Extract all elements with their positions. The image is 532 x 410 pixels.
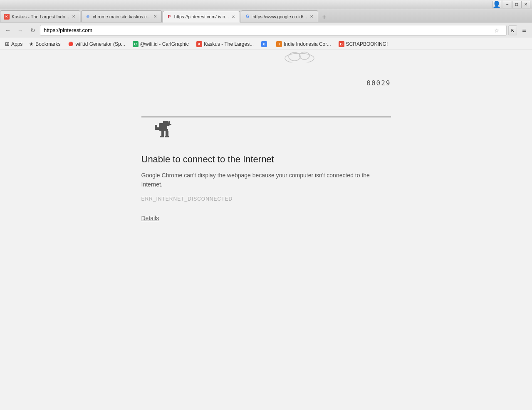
bookmarks-label-item[interactable]: ★ Bookmarks xyxy=(26,40,64,49)
svg-point-2 xyxy=(299,52,309,60)
svg-rect-6 xyxy=(169,124,171,125)
svg-rect-10 xyxy=(161,131,164,137)
svg-rect-5 xyxy=(168,122,169,122)
tab-google-favicon: G xyxy=(245,14,250,20)
close-button[interactable]: ✕ xyxy=(521,1,530,8)
tab-kaskus-title: Kaskus - The Largest Indo... xyxy=(12,14,69,19)
tab-pinterest[interactable]: P https://pinterest.com/ is n... ✕ xyxy=(163,11,240,22)
tab-kaskus[interactable]: K Kaskus - The Largest Indo... ✕ xyxy=(0,10,80,22)
error-description: Google Chrome can't display the webpage … xyxy=(141,171,391,189)
tab-kaskus-favicon: K xyxy=(4,14,10,20)
profile-icon: 👤 xyxy=(492,0,501,8)
bookmark-cwijid-favicon: C xyxy=(133,41,139,47)
bookmark-cwijid[interactable]: C @wifi.id - CarlGraphic xyxy=(129,40,192,49)
tab-google-close[interactable]: ✕ xyxy=(309,14,314,20)
nav-bar: ← → ↻ ☆ K ≡ xyxy=(0,22,532,38)
bookmark-wifi[interactable]: 🔴 wifi.id Generator (Sp... xyxy=(64,40,128,49)
profile-button[interactable]: 👤 xyxy=(492,1,501,8)
bookmarks-bar: ⊞ Apps ★ Bookmarks 🔴 wifi.id Generator (… xyxy=(0,38,532,50)
tab-chrome-title: chrome main site:kaskus.c... xyxy=(93,14,151,19)
forward-button[interactable]: → xyxy=(15,25,26,36)
bookmark-scrapbook-label: SCRAPBOOKING! xyxy=(346,41,388,47)
bookmark-scrapbook-favicon: B xyxy=(339,41,344,47)
error-content: Unable to connect to the Internet Google… xyxy=(141,154,391,222)
svg-rect-12 xyxy=(160,136,164,137)
address-bar[interactable]: ☆ xyxy=(40,25,507,36)
back-button[interactable]: ← xyxy=(2,25,13,36)
details-link[interactable]: Details xyxy=(141,215,159,221)
svg-rect-9 xyxy=(166,129,168,131)
tab-chrome-favicon: ⊕ xyxy=(85,14,91,20)
bookmark-indie-favicon: I xyxy=(276,41,282,47)
bookmark-indie-label: Indie Indonesia Cor... xyxy=(284,41,331,47)
tab-google-title: https://www.google.co.id/... xyxy=(252,14,307,19)
reload-button[interactable]: ↻ xyxy=(27,25,38,36)
tab-pinterest-title: https://pinterest.com/ is n... xyxy=(174,14,229,19)
url-input[interactable] xyxy=(44,27,493,33)
bookmark-google[interactable]: 8 xyxy=(258,40,272,49)
apps-grid-icon: ⊞ xyxy=(5,41,10,47)
maximize-button[interactable]: □ xyxy=(512,1,521,8)
tab-chrome-close[interactable]: ✕ xyxy=(152,14,158,20)
menu-button[interactable]: ≡ xyxy=(519,25,530,36)
new-tab-button[interactable]: + xyxy=(319,12,329,22)
apps-label: Apps xyxy=(11,41,22,47)
bookmark-star-icon[interactable]: ☆ xyxy=(493,26,501,35)
svg-rect-11 xyxy=(166,131,168,137)
bookmark-indie[interactable]: I Indie Indonesia Cor... xyxy=(273,40,334,49)
ground xyxy=(141,117,391,142)
minimize-button[interactable]: − xyxy=(503,1,512,8)
bookmark-scrapbook[interactable]: B SCRAPBOOKING! xyxy=(335,40,391,49)
bookmark-google-favicon: 8 xyxy=(261,41,267,47)
bookmarks-text: Bookmarks xyxy=(35,41,60,47)
svg-rect-13 xyxy=(165,136,169,137)
title-bar: 👤 − □ ✕ xyxy=(0,0,532,9)
k-button[interactable]: K xyxy=(508,25,517,35)
tab-kaskus-close[interactable]: ✕ xyxy=(71,14,77,20)
bookmark-kaskus[interactable]: K Kaskus - The Larges... xyxy=(193,40,257,49)
terrain xyxy=(141,118,391,121)
error-code: ERR_INTERNET_DISCONNECTED xyxy=(141,196,391,202)
apps-button[interactable]: ⊞ Apps xyxy=(2,40,25,49)
tab-pinterest-close[interactable]: ✕ xyxy=(230,14,236,20)
tab-google[interactable]: G https://www.google.co.id/... ✕ xyxy=(241,10,318,22)
dino-character xyxy=(154,120,172,142)
star-bookmarks-icon: ★ xyxy=(29,41,34,47)
error-title: Unable to connect to the Internet xyxy=(141,154,391,165)
bookmark-kaskus-favicon: K xyxy=(196,41,202,47)
game-score: 00029 xyxy=(366,79,391,87)
tab-pinterest-favicon: P xyxy=(166,14,172,20)
bookmark-wifi-favicon: 🔴 xyxy=(68,41,74,47)
content-area: 00029 xyxy=(0,50,532,410)
bookmark-cwijid-label: @wifi.id - CarlGraphic xyxy=(140,41,189,47)
svg-rect-8 xyxy=(155,125,157,129)
dino-game[interactable]: 00029 xyxy=(141,92,391,142)
tab-chrome[interactable]: ⊕ chrome main site:kaskus.c... ✕ xyxy=(81,10,162,22)
bookmark-kaskus-label: Kaskus - The Larges... xyxy=(204,41,254,47)
svg-rect-4 xyxy=(163,121,170,126)
cloud-decoration xyxy=(283,50,316,64)
tab-bar: K Kaskus - The Largest Indo... ✕ ⊕ chrom… xyxy=(0,9,532,22)
bookmark-wifi-label: wifi.id Generator (Sp... xyxy=(75,41,125,47)
